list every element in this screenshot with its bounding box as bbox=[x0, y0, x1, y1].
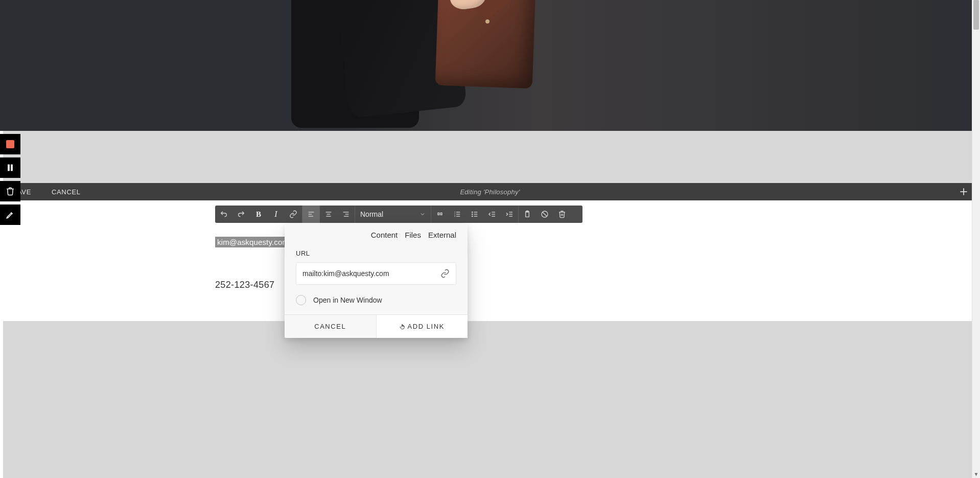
align-left-button[interactable] bbox=[302, 206, 320, 223]
url-input[interactable] bbox=[302, 269, 440, 278]
editor-bar: AVE CANCEL Editing 'Philosophy' bbox=[3, 183, 977, 200]
italic-icon: I bbox=[274, 210, 277, 219]
cursor-pointer-icon bbox=[400, 323, 407, 331]
link-tab-content[interactable]: Content bbox=[371, 231, 398, 239]
quote-icon bbox=[436, 210, 444, 218]
svg-point-18 bbox=[472, 214, 473, 214]
indent-icon bbox=[505, 210, 514, 218]
hero-figure bbox=[291, 0, 521, 131]
unordered-list-icon bbox=[471, 210, 479, 218]
link-button[interactable] bbox=[285, 206, 302, 223]
paragraph-style-label: Normal bbox=[360, 210, 383, 218]
vertical-scrollbar[interactable]: ▼ bbox=[972, 0, 980, 478]
link-tab-external[interactable]: External bbox=[428, 231, 456, 239]
link-popover-tabs: Content Files External bbox=[285, 223, 468, 240]
url-field-label: URL bbox=[296, 249, 456, 257]
clear-format-icon bbox=[541, 210, 549, 218]
clipboard-button[interactable] bbox=[519, 206, 536, 223]
pencil-icon bbox=[6, 210, 15, 219]
svg-text:3: 3 bbox=[454, 215, 456, 217]
annotate-button[interactable] bbox=[0, 204, 20, 225]
trash-icon bbox=[6, 187, 15, 196]
pause-icon bbox=[6, 163, 15, 172]
clear-format-button[interactable] bbox=[536, 206, 553, 223]
spacer-bottom bbox=[3, 321, 977, 478]
outdent-button[interactable] bbox=[483, 206, 501, 223]
hero-image bbox=[0, 0, 980, 131]
link-cancel-button[interactable]: CANCEL bbox=[285, 315, 376, 338]
spacer-top bbox=[3, 131, 977, 183]
format-toolbar: B I Normal 123 bbox=[215, 206, 582, 223]
svg-line-32 bbox=[543, 212, 547, 216]
align-left-icon bbox=[307, 210, 315, 218]
chevron-down-icon bbox=[419, 211, 426, 217]
unordered-list-button[interactable] bbox=[466, 206, 483, 223]
align-center-icon bbox=[324, 210, 333, 218]
scrollbar-thumb[interactable] bbox=[973, 0, 979, 30]
new-window-toggle[interactable] bbox=[296, 295, 306, 305]
scroll-down-arrow[interactable]: ▼ bbox=[972, 470, 980, 478]
new-window-label: Open in New Window bbox=[313, 296, 382, 304]
discard-button[interactable] bbox=[0, 181, 20, 201]
delete-button[interactable] bbox=[553, 206, 571, 223]
ordered-list-icon: 123 bbox=[453, 210, 461, 218]
add-block-button[interactable] bbox=[956, 185, 971, 199]
svg-rect-33 bbox=[8, 165, 10, 171]
svg-point-17 bbox=[472, 212, 473, 212]
bold-icon: B bbox=[256, 210, 261, 219]
plus-icon bbox=[959, 187, 969, 197]
redo-button[interactable] bbox=[232, 206, 250, 223]
editing-indicator: Editing 'Philosophy' bbox=[3, 188, 977, 196]
record-button[interactable] bbox=[0, 134, 20, 154]
clipboard-icon bbox=[523, 210, 531, 218]
align-right-icon bbox=[342, 210, 350, 218]
recorder-rail bbox=[0, 134, 20, 225]
pause-button[interactable] bbox=[0, 157, 20, 178]
align-right-button[interactable] bbox=[337, 206, 355, 223]
blockquote-button[interactable] bbox=[431, 206, 449, 223]
svg-point-19 bbox=[472, 216, 473, 216]
ordered-list-button[interactable]: 123 bbox=[449, 206, 466, 223]
link-add-button[interactable]: ADD LINK bbox=[376, 315, 468, 338]
url-input-wrap[interactable] bbox=[296, 262, 456, 285]
svg-rect-34 bbox=[11, 165, 13, 171]
undo-icon bbox=[220, 210, 228, 218]
selected-email-text[interactable]: kim@askquesty.com bbox=[215, 237, 291, 247]
record-icon bbox=[6, 140, 14, 148]
bold-button[interactable]: B bbox=[250, 206, 267, 223]
redo-icon bbox=[237, 210, 245, 218]
trash-icon bbox=[558, 210, 566, 218]
link-tab-files[interactable]: Files bbox=[405, 231, 421, 239]
paragraph-style-dropdown[interactable]: Normal bbox=[355, 206, 431, 223]
phone-text[interactable]: 252-123-4567 bbox=[215, 280, 274, 290]
italic-button[interactable]: I bbox=[267, 206, 285, 223]
indent-button[interactable] bbox=[501, 206, 518, 223]
link-icon bbox=[289, 210, 297, 218]
outdent-icon bbox=[487, 210, 497, 218]
undo-button[interactable] bbox=[215, 206, 232, 223]
link-icon bbox=[440, 269, 450, 278]
link-editor-popover: Content Files External URL Open in New W… bbox=[285, 223, 468, 338]
align-center-button[interactable] bbox=[320, 206, 337, 223]
